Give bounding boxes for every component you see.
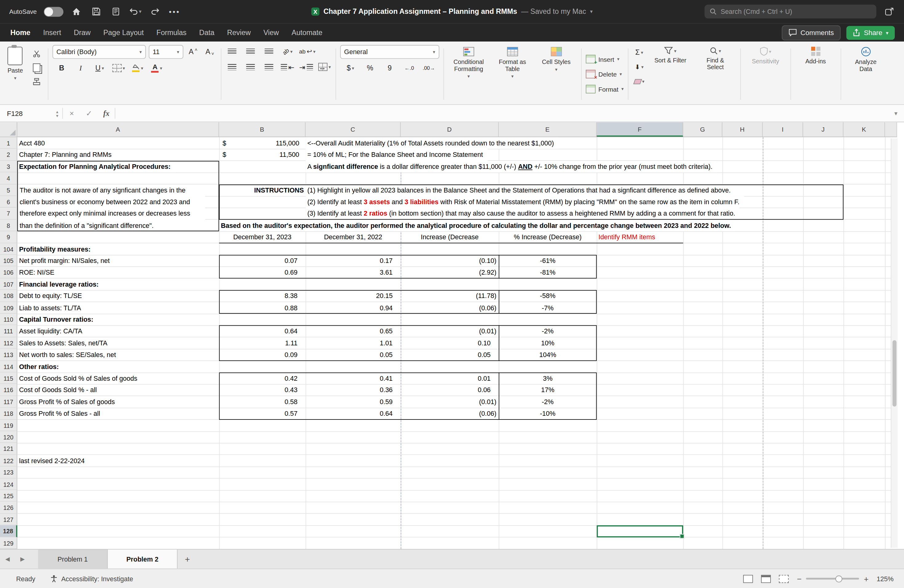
save-icon[interactable] — [90, 5, 103, 18]
menu-tab-formulas[interactable]: Formulas — [156, 28, 186, 36]
next-sheet-icon[interactable]: ▶ — [15, 550, 30, 569]
align-center-button[interactable] — [244, 60, 258, 73]
bold-button[interactable]: B — [55, 62, 69, 74]
row-header-112[interactable]: 112 — [0, 337, 17, 349]
row-header-117[interactable]: 117 — [0, 396, 17, 408]
cell-A110[interactable]: Capital Turnover ratios: — [17, 314, 219, 326]
cell-A106[interactable]: ROE: NI/SE — [17, 267, 219, 278]
cell-A114[interactable]: Other ratios: — [17, 361, 219, 372]
scrollbar-thumb[interactable] — [892, 340, 896, 406]
orientation-button[interactable]: ab▾ — [281, 45, 295, 57]
insert-function-button[interactable]: fx — [98, 105, 115, 122]
row-header-6[interactable]: 6 — [0, 196, 17, 208]
row-header-106[interactable]: 106 — [0, 267, 17, 278]
align-top-button[interactable] — [225, 45, 239, 57]
row-header-121[interactable]: 121 — [0, 443, 17, 455]
number-format-select[interactable]: General▾ — [340, 45, 439, 59]
cell-C3[interactable]: A signficant difference is a dollar diff… — [306, 161, 717, 172]
cell-A113[interactable]: Net worth to sales: SE/Sales, net — [17, 349, 219, 361]
cell-A111[interactable]: Asset liquidity: CA/TA — [17, 326, 219, 337]
normal-view-button[interactable] — [743, 574, 753, 582]
column-header-J[interactable]: J — [803, 122, 844, 137]
column-header-G[interactable]: G — [683, 122, 722, 137]
sensitivity-button[interactable]: ▾ Sensitivity — [745, 45, 786, 66]
cell-A116[interactable]: Cost of Goods Sold % - all — [17, 384, 219, 396]
row-header-111[interactable]: 111 — [0, 326, 17, 337]
menu-tab-draw[interactable]: Draw — [74, 28, 91, 36]
column-header-B[interactable]: B — [219, 122, 306, 137]
name-box[interactable]: F128 — [0, 105, 52, 122]
page-layout-view-button[interactable] — [761, 574, 771, 582]
row-header-116[interactable]: 116 — [0, 384, 17, 396]
row-header-128[interactable]: 128 — [0, 525, 17, 537]
cell-A108[interactable]: Debt to equity: TL/SE — [17, 290, 219, 302]
row-header-109[interactable]: 109 — [0, 302, 17, 314]
confirm-entry-button[interactable]: ✓ — [80, 105, 98, 122]
page-break-view-button[interactable] — [779, 574, 789, 582]
cancel-entry-button[interactable]: × — [63, 105, 80, 122]
increase-indent-button[interactable]: ⇥ — [299, 60, 313, 73]
font-size-select[interactable]: 11▾ — [149, 45, 183, 59]
menu-tab-review[interactable]: Review — [227, 28, 251, 36]
row-header-126[interactable]: 126 — [0, 502, 17, 514]
row-header-129[interactable]: 129 — [0, 537, 17, 549]
previous-sheet-icon[interactable]: ◀ — [0, 550, 15, 569]
align-right-button[interactable] — [262, 60, 276, 73]
row-header-108[interactable]: 108 — [0, 290, 17, 302]
vertical-scrollbar[interactable] — [891, 138, 898, 548]
sheet-tab-problem-2[interactable]: Problem 2 — [108, 550, 178, 569]
insert-cells-button[interactable]: + Insert▾ — [586, 53, 624, 65]
wrap-text-button[interactable]: ab↩▾ — [299, 45, 316, 57]
cell-A104[interactable]: Profitability measures: — [17, 243, 219, 254]
row-header-2[interactable]: 2 — [0, 149, 17, 161]
row-header-125[interactable]: 125 — [0, 490, 17, 502]
column-header-A[interactable]: A — [17, 122, 219, 137]
borders-button[interactable]: ▾ — [112, 62, 125, 74]
menu-tab-page-layout[interactable]: Page Layout — [103, 28, 144, 36]
menu-tab-automate[interactable]: Automate — [291, 28, 322, 36]
cell-C2[interactable]: = 10% of ML; For the Balance Sheet and I… — [306, 149, 488, 161]
chevron-down-icon[interactable]: ▾ — [590, 9, 593, 14]
column-header-D[interactable]: D — [401, 122, 499, 137]
font-name-select[interactable]: Calibri (Body)▾ — [52, 45, 146, 59]
share-window-icon[interactable] — [883, 5, 896, 18]
add-ins-button[interactable]: Add-ins — [795, 45, 836, 66]
column-header-F[interactable]: F — [597, 122, 683, 137]
conditional-formatting-button[interactable]: Conditional Formatting ▾ — [448, 45, 490, 103]
name-box-stepper[interactable]: ▲▼ — [52, 105, 63, 122]
row-header-3[interactable]: 3 — [0, 161, 17, 172]
row-header-9[interactable]: 9 — [0, 231, 17, 243]
format-cells-button[interactable]: Format▾ — [586, 83, 624, 95]
increase-decimal-button[interactable]: ←.0 — [402, 62, 416, 74]
cell-D9[interactable]: Increase (Decrease — [401, 231, 499, 243]
zoom-slider[interactable] — [806, 578, 860, 580]
fill-handle[interactable] — [680, 534, 684, 538]
paste-button[interactable]: Paste ▾ — [5, 45, 26, 103]
row-header-113[interactable]: 113 — [0, 349, 17, 361]
menu-tab-data[interactable]: Data — [199, 28, 215, 36]
zoom-level[interactable]: 125% — [877, 575, 893, 582]
row-header-7[interactable]: 7 — [0, 208, 17, 220]
row-header-122[interactable]: 122 — [0, 455, 17, 466]
cell-styles-button[interactable]: Cell Styles ▾ — [536, 45, 577, 103]
row-header-115[interactable]: 115 — [0, 372, 17, 384]
row-header-4[interactable]: 4 — [0, 172, 17, 184]
redo-button[interactable] — [149, 5, 161, 18]
share-button[interactable]: Share ▾ — [847, 25, 895, 40]
row-header-118[interactable]: 118 — [0, 408, 17, 419]
column-header-K[interactable]: K — [844, 122, 885, 137]
zoom-slider-knob[interactable] — [835, 575, 842, 582]
cell-A1[interactable]: Acct 480 — [17, 137, 219, 149]
row-header-5[interactable]: 5 — [0, 184, 17, 196]
expand-formula-bar-icon[interactable]: ▼ — [888, 105, 904, 122]
column-header-I[interactable]: I — [763, 122, 803, 137]
row-header-124[interactable]: 124 — [0, 478, 17, 490]
cell-A117[interactable]: Gross Profit % of Sales of goods — [17, 396, 219, 408]
italic-button[interactable]: I — [74, 62, 88, 74]
fill-color-button[interactable]: ▾ — [131, 62, 144, 74]
formula-input[interactable] — [115, 105, 888, 122]
autosum-button[interactable]: Σ▾ — [632, 46, 646, 59]
home-icon[interactable] — [70, 5, 83, 18]
copy-button[interactable] — [30, 61, 44, 74]
undo-button[interactable]: ▾ — [129, 5, 141, 18]
